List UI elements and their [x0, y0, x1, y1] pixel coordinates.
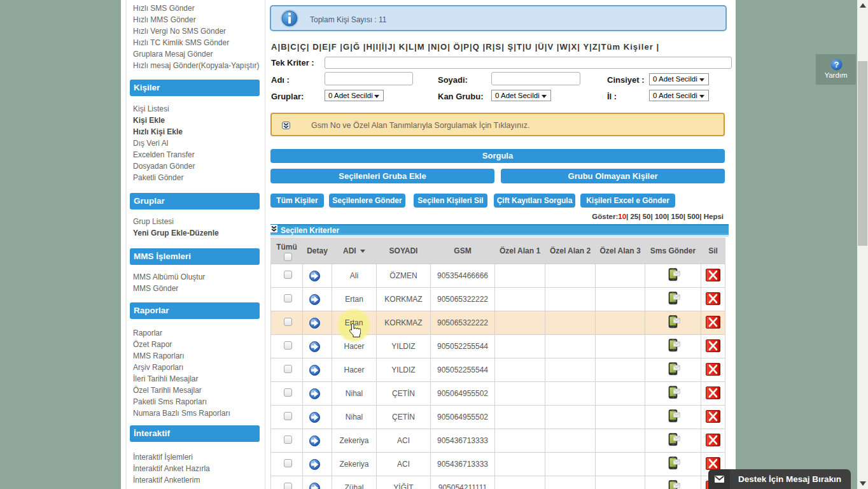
- svg-text:?: ?: [834, 60, 839, 69]
